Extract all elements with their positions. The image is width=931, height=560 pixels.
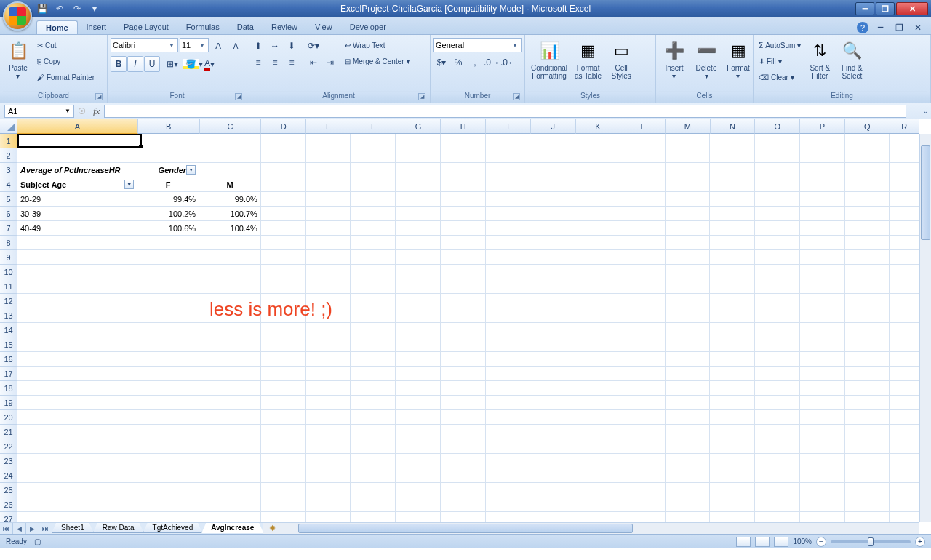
cell-I15[interactable]: [486, 337, 531, 352]
cell-I2[interactable]: [486, 148, 531, 163]
cell-E18[interactable]: [306, 381, 351, 396]
cell-H10[interactable]: [441, 265, 486, 279]
cell-A22[interactable]: [17, 439, 137, 454]
cell-R10[interactable]: [890, 265, 919, 279]
cell-K4[interactable]: [575, 177, 620, 192]
cell-Q15[interactable]: [845, 337, 890, 352]
cell-E9[interactable]: [306, 250, 351, 265]
cell-M15[interactable]: [666, 337, 711, 352]
save-icon[interactable]: 💾: [35, 2, 49, 15]
cell-F9[interactable]: [351, 250, 396, 265]
cell-J18[interactable]: [530, 381, 575, 396]
cell-F3[interactable]: [351, 163, 396, 177]
cell-H18[interactable]: [441, 381, 486, 396]
row-header-18[interactable]: 18: [0, 381, 17, 396]
cell-H16[interactable]: [441, 352, 486, 367]
cell-E2[interactable]: [306, 148, 351, 163]
scrollbar-thumb[interactable]: [921, 145, 930, 240]
cell-B25[interactable]: [137, 483, 199, 497]
cell-D4[interactable]: [261, 177, 306, 192]
cell-L17[interactable]: [620, 367, 666, 381]
cell-J26[interactable]: [530, 497, 575, 512]
cell-E7[interactable]: [306, 221, 351, 236]
undo-icon[interactable]: ↶: [52, 2, 67, 15]
cell-O6[interactable]: [755, 207, 800, 221]
cell-A24[interactable]: [17, 468, 137, 483]
cell-P6[interactable]: [800, 207, 845, 221]
align-left-icon[interactable]: ≡: [250, 55, 266, 71]
cell-O7[interactable]: [755, 221, 800, 236]
cell-M7[interactable]: [666, 221, 711, 236]
cell-G10[interactable]: [396, 265, 441, 279]
delete-cells-button[interactable]: ➖Delete▾: [691, 38, 722, 81]
cell-J20[interactable]: [530, 410, 575, 425]
cell-F16[interactable]: [351, 352, 396, 367]
cell-G23[interactable]: [396, 454, 441, 468]
cell-Q22[interactable]: [845, 439, 890, 454]
cell-M2[interactable]: [666, 148, 711, 163]
cell-I22[interactable]: [486, 439, 531, 454]
cell-R11[interactable]: [890, 279, 919, 294]
cell-A7[interactable]: 40-49: [17, 221, 137, 236]
cell-G1[interactable]: [396, 134, 441, 148]
tab-formulas[interactable]: Formulas: [177, 20, 228, 34]
row-header-19[interactable]: 19: [0, 396, 17, 410]
cell-H14[interactable]: [441, 323, 486, 337]
cell-I9[interactable]: [486, 250, 531, 265]
scrollbar-thumb[interactable]: [298, 524, 633, 533]
cell-N11[interactable]: [710, 279, 755, 294]
format-cells-button[interactable]: ▦Format▾: [723, 38, 754, 81]
cell-C7[interactable]: 100.4%: [199, 221, 261, 236]
cell-O19[interactable]: [755, 396, 800, 410]
cell-O22[interactable]: [755, 439, 800, 454]
cell-H15[interactable]: [441, 337, 486, 352]
cell-M12[interactable]: [666, 294, 711, 308]
cell-K9[interactable]: [575, 250, 620, 265]
format-painter-button[interactable]: 🖌Format Painter: [35, 70, 97, 85]
cell-A26[interactable]: [17, 497, 137, 512]
page-layout-view-icon[interactable]: [755, 537, 770, 547]
cell-M3[interactable]: [666, 163, 711, 177]
cell-G14[interactable]: [396, 323, 441, 337]
cell-styles-button[interactable]: ▭Cell Styles: [606, 38, 636, 81]
cell-G15[interactable]: [396, 337, 441, 352]
cell-B15[interactable]: [137, 337, 199, 352]
cell-O1[interactable]: [755, 134, 800, 148]
cell-K15[interactable]: [575, 337, 620, 352]
alignment-dialog-icon[interactable]: ◢: [418, 93, 425, 100]
cell-M8[interactable]: [666, 236, 711, 250]
cell-L15[interactable]: [620, 337, 666, 352]
cell-I24[interactable]: [486, 468, 531, 483]
cell-N26[interactable]: [710, 497, 755, 512]
cell-E6[interactable]: [306, 207, 351, 221]
cell-P10[interactable]: [800, 265, 845, 279]
cell-L20[interactable]: [620, 410, 666, 425]
cell-D20[interactable]: [261, 410, 306, 425]
cell-A14[interactable]: [17, 323, 137, 337]
sort-filter-button[interactable]: ⇅Sort & Filter: [804, 38, 835, 81]
cell-J10[interactable]: [530, 265, 575, 279]
cell-O14[interactable]: [755, 323, 800, 337]
cell-I5[interactable]: [486, 192, 531, 207]
cell-F2[interactable]: [351, 148, 396, 163]
cell-G16[interactable]: [396, 352, 441, 367]
cell-E10[interactable]: [306, 265, 351, 279]
cell-G21[interactable]: [396, 425, 441, 439]
cell-R2[interactable]: [890, 148, 919, 163]
cell-B7[interactable]: 100.6%: [137, 221, 199, 236]
cell-C18[interactable]: [199, 381, 261, 396]
cell-A6[interactable]: 30-39: [17, 207, 137, 221]
cell-H21[interactable]: [441, 425, 486, 439]
cell-E16[interactable]: [306, 352, 351, 367]
cell-D22[interactable]: [261, 439, 306, 454]
cell-M21[interactable]: [666, 425, 711, 439]
cell-B14[interactable]: [137, 323, 199, 337]
cell-K18[interactable]: [575, 381, 620, 396]
cell-P22[interactable]: [800, 439, 845, 454]
vertical-scrollbar[interactable]: [919, 134, 931, 522]
merge-center-button[interactable]: ⊟Merge & Center ▾: [343, 54, 412, 69]
cell-J15[interactable]: [530, 337, 575, 352]
col-header-P[interactable]: P: [800, 119, 845, 134]
cell-K3[interactable]: [575, 163, 620, 177]
cell-H2[interactable]: [441, 148, 486, 163]
